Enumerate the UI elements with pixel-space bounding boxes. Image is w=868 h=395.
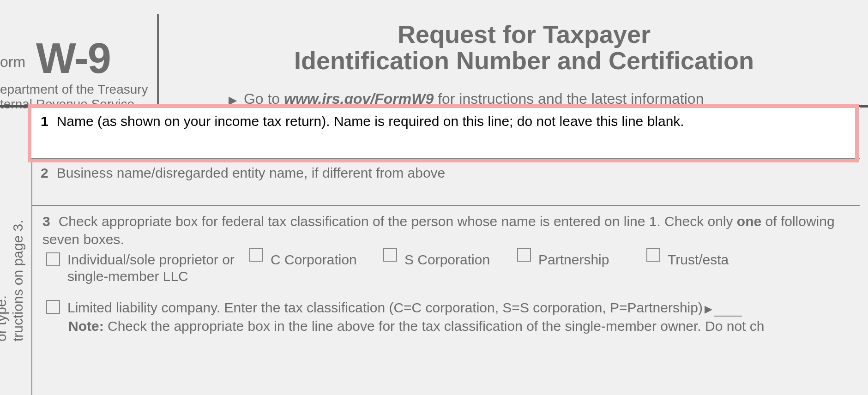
dept-line1: epartment of the Treasury [0,82,148,97]
checkbox-c-corp: C Corporation [249,251,379,268]
form-prefix: orm [0,54,25,71]
checkbox-individual-box[interactable] [46,252,60,266]
line2-business-field[interactable]: 2Business name/disregarded entity name, … [31,159,860,206]
checkbox-c-corp-box[interactable] [249,248,263,262]
checkbox-s-corp-label: S Corporation [404,251,490,268]
note-bold: Note: [68,318,104,334]
header-section: orm W-9 epartment of the Treasury ternal… [0,0,868,105]
checkbox-s-corp: S Corporation [383,251,512,268]
form-title: Request for Taxpayer Identification Numb… [189,21,859,73]
checkbox-trust: Trust/esta [646,251,766,268]
title-line2: Identification Number and Certification [189,48,859,74]
llc-classification-input[interactable] [714,316,742,317]
llc-text: Limited liability company. Enter the tax… [67,300,703,315]
goto-arrow-icon: ▶ [229,94,237,107]
sidebar-type: or type. [0,295,9,341]
checkbox-partnership-label: Partnership [538,251,609,268]
goto-url: www.irs.gov/FormW9 [284,90,434,107]
goto-prefix: Go to [244,90,284,107]
llc-note: Note: Check the appropriate box in the l… [68,318,868,334]
classification-checkboxes: Individual/sole proprietor or single-mem… [46,251,868,285]
goto-suffix: for instructions and the latest informat… [434,90,704,107]
line1-number: 1 [41,114,48,129]
llc-arrow-icon: ▶ [705,303,712,316]
line2-instruction: 2Business name/disregarded entity name, … [31,159,860,181]
checkbox-llc-label: Limited liability company. Enter the tax… [67,299,742,317]
line1-name-field[interactable]: 1Name (as shown on your income tax retur… [31,107,860,159]
checkbox-partnership-box[interactable] [517,248,531,262]
checkbox-trust-box[interactable] [646,248,660,262]
line3-part1: Check appropriate box for federal tax cl… [59,214,737,229]
form-code: W-9 [36,34,110,83]
w9-form-container: orm W-9 epartment of the Treasury ternal… [0,0,868,395]
line2-number: 2 [41,165,48,180]
checkbox-partnership: Partnership [517,251,642,268]
line3-bold: one [737,214,761,229]
line1-instruction: 1Name (as shown on your income tax retur… [31,107,860,129]
checkbox-llc: Limited liability company. Enter the tax… [46,299,868,317]
line1-text: Name (as shown on your income tax return… [57,114,684,129]
header-divider [157,14,159,105]
checkbox-c-corp-label: C Corporation [271,251,357,268]
checkbox-llc-box[interactable] [46,300,60,314]
note-text: Check the appropriate box in the line ab… [104,318,765,334]
line3-instruction: 3Check appropriate box for federal tax c… [31,206,868,248]
checkbox-llc-row: Limited liability company. Enter the tax… [46,299,868,317]
checkbox-trust-label: Trust/esta [668,251,729,268]
title-line1: Request for Taxpayer [189,21,859,48]
checkbox-individual: Individual/sole proprietor or single-mem… [46,251,245,285]
checkbox-s-corp-box[interactable] [383,248,397,262]
checkbox-individual-label: Individual/sole proprietor or single-mem… [67,251,245,285]
line2-text: Business name/disregarded entity name, i… [57,165,446,180]
line3-number: 3 [42,214,50,229]
line3-classification: 3Check appropriate box for federal tax c… [31,206,868,248]
sidebar-instructions: tructions on page 3. [10,220,26,341]
